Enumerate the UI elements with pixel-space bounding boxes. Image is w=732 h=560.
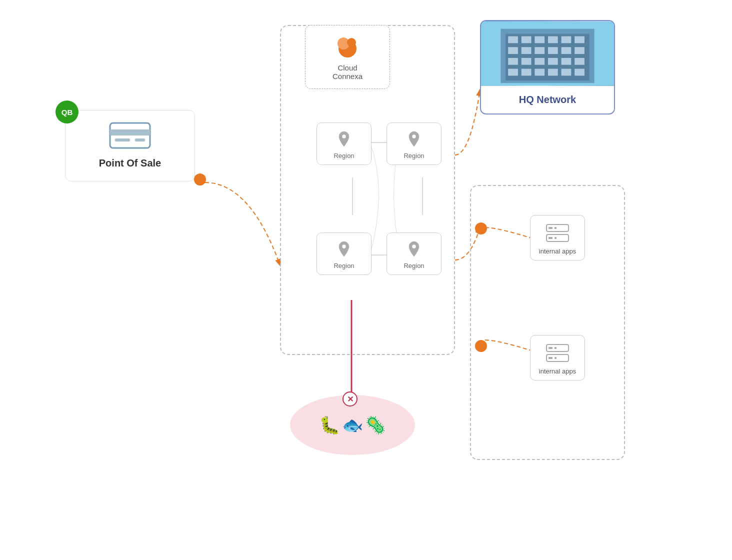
svg-rect-43 xyxy=(554,227,556,229)
server-icon-1 xyxy=(544,222,570,244)
pin-icon-top-left xyxy=(335,130,353,148)
cloud-connexa-node: CloudConnexa xyxy=(305,25,390,89)
region-label-top-left: Region xyxy=(334,152,354,160)
region-bottom-left: Region xyxy=(316,232,372,275)
pos-label: Point Of Sale xyxy=(99,158,161,169)
internal-apps-label-1: internal apps xyxy=(539,248,576,255)
hq-building-svg xyxy=(481,21,614,86)
fish-icon: 🐟 xyxy=(342,415,363,435)
svg-rect-26 xyxy=(548,47,558,54)
svg-rect-29 xyxy=(508,58,518,65)
region-bottom-right: Region xyxy=(386,232,442,275)
qb-logo: QB xyxy=(60,105,74,119)
svg-rect-46 xyxy=(554,237,556,239)
internal-apps-node-2: internal apps xyxy=(530,335,585,380)
svg-rect-30 xyxy=(522,58,532,65)
pos-connector-dot xyxy=(194,174,206,186)
svg-rect-33 xyxy=(562,58,572,65)
hq-connector-dot-bottom xyxy=(475,340,487,352)
svg-text:QB: QB xyxy=(62,108,73,116)
svg-rect-52 xyxy=(554,357,556,359)
blocked-icon: ✕ xyxy=(342,392,358,406)
virus-icon: 🦠 xyxy=(365,415,386,435)
svg-rect-40 xyxy=(574,69,584,76)
svg-rect-34 xyxy=(574,58,584,65)
svg-rect-35 xyxy=(508,69,518,76)
svg-rect-9 xyxy=(115,138,130,142)
svg-rect-8 xyxy=(110,130,150,136)
region-top-right: Region xyxy=(386,122,442,165)
pin-icon-bottom-right xyxy=(405,240,423,258)
svg-rect-49 xyxy=(554,347,556,349)
svg-rect-22 xyxy=(574,36,584,44)
svg-rect-27 xyxy=(562,47,572,54)
svg-rect-25 xyxy=(534,47,544,54)
svg-rect-18 xyxy=(522,36,532,44)
svg-rect-37 xyxy=(534,69,544,76)
quickbooks-icon: QB xyxy=(56,100,78,124)
cloud-connexa-label: CloudConnexa xyxy=(332,64,362,80)
svg-rect-21 xyxy=(562,36,572,44)
svg-rect-36 xyxy=(522,69,532,76)
svg-rect-51 xyxy=(548,357,552,359)
server-icon-2 xyxy=(544,342,570,364)
svg-rect-24 xyxy=(522,47,532,54)
region-label-bottom-left: Region xyxy=(334,262,354,270)
hq-connector-dot-top xyxy=(475,222,487,234)
svg-rect-42 xyxy=(548,227,552,229)
svg-rect-19 xyxy=(534,36,544,44)
diagram-canvas: QB Point Of Sale CloudConnexa R xyxy=(0,0,732,560)
bug-icon: 🐛 xyxy=(319,415,340,435)
internal-apps-label-2: internal apps xyxy=(539,368,576,375)
svg-rect-23 xyxy=(508,47,518,54)
svg-rect-17 xyxy=(508,36,518,44)
svg-rect-48 xyxy=(548,347,552,349)
svg-rect-31 xyxy=(534,58,544,65)
hq-label: HQ Network xyxy=(481,86,614,114)
threat-icons-container: 🐛 🐟 🦠 xyxy=(308,415,398,435)
svg-point-13 xyxy=(347,38,356,47)
svg-rect-28 xyxy=(574,47,584,54)
hq-node: HQ Network xyxy=(480,20,615,114)
pin-icon-top-right xyxy=(405,130,423,148)
region-label-top-right: Region xyxy=(404,152,424,160)
svg-rect-38 xyxy=(548,69,558,76)
pos-node: QB Point Of Sale xyxy=(65,110,195,182)
hq-building-image xyxy=(481,21,614,86)
svg-rect-32 xyxy=(548,58,558,65)
pos-card-icon xyxy=(108,120,152,150)
pin-icon-bottom-left xyxy=(335,240,353,258)
cloud-connexa-logo xyxy=(332,34,362,58)
internal-apps-node-1: internal apps xyxy=(530,215,585,260)
region-label-bottom-right: Region xyxy=(404,262,424,270)
svg-rect-45 xyxy=(548,237,552,239)
region-top-left: Region xyxy=(316,122,372,165)
svg-rect-39 xyxy=(562,69,572,76)
svg-rect-10 xyxy=(135,138,145,142)
svg-rect-20 xyxy=(548,36,558,44)
